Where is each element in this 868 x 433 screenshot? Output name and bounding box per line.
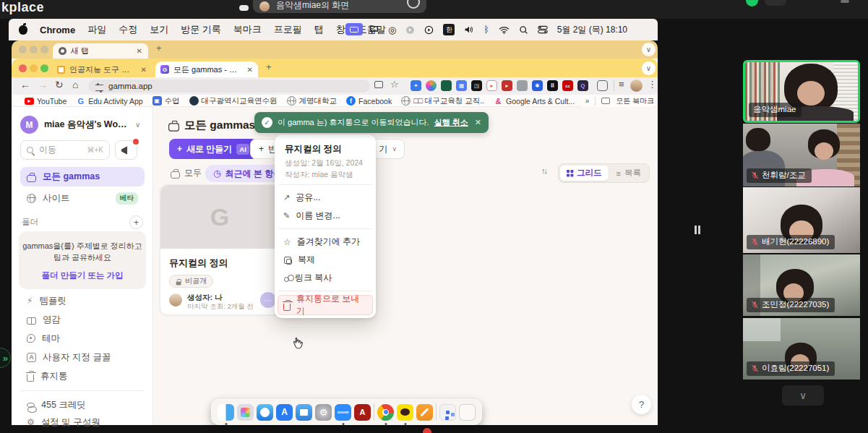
address-bar[interactable]: gamma.app	[88, 80, 370, 93]
safari-icon[interactable]	[257, 404, 273, 421]
gamma-card[interactable]: G 뮤지컬의 정의 비공개 생성자: 나 마지막 조회: 2개월 전 ⋯	[160, 184, 280, 315]
extension-icon[interactable]	[426, 80, 437, 91]
extension-icon[interactable]: ⠿	[547, 80, 558, 91]
sidebar-item-inspiration[interactable]: 영감	[20, 311, 67, 328]
back-button[interactable]: ←	[20, 79, 30, 90]
forward-button[interactable]: →	[38, 79, 48, 90]
acrobat-icon[interactable]: A	[354, 404, 371, 421]
home-button[interactable]: ⌂	[72, 79, 78, 90]
chrome-icon[interactable]	[377, 404, 394, 421]
help-button[interactable]: ?	[632, 395, 651, 414]
search-input[interactable]: 이동 ⌘+K	[20, 140, 110, 160]
tab-strip-chevron[interactable]: ∨	[642, 43, 656, 56]
widgets-icon[interactable]	[439, 404, 456, 421]
sidebar-item-sites[interactable]: 사이트 베타	[20, 189, 145, 207]
trash-icon[interactable]	[459, 404, 476, 421]
menu-item-rename[interactable]: ✎이름 변경...	[278, 207, 373, 225]
tab-gamma-active[interactable]: G 모든 gammas - Gamma ✕	[155, 61, 258, 77]
screen-share-pill[interactable]: 음악샘miae의 화면	[253, 0, 426, 13]
finder-icon[interactable]	[218, 404, 234, 421]
list-view-button[interactable]: ≡목록	[610, 166, 648, 181]
bookmarks-overflow-chevron[interactable]: »	[585, 97, 590, 105]
toast-undo-link[interactable]: 실행 취소	[434, 117, 468, 128]
sidebar-item-settings[interactable]: ⚙설정 및 구성원	[20, 413, 107, 431]
filter-all[interactable]: 모두	[171, 167, 202, 179]
close-window-button[interactable]	[19, 64, 27, 72]
menu-item-send-to-trash[interactable]: 휴지통으로 보내기	[278, 295, 373, 315]
close-tab-icon[interactable]: ✕	[247, 66, 253, 74]
all-bookmarks-label[interactable]: 모든 북마크	[616, 96, 654, 106]
sidebar-item-custom-fonts[interactable]: 사용자 지정 글꼴	[20, 348, 117, 366]
close-window-button[interactable]	[19, 46, 27, 53]
menu-tab[interactable]: 탭	[314, 23, 324, 36]
extension-icon[interactable]: ◳	[471, 80, 482, 91]
close-icon[interactable]: ✕	[475, 118, 481, 127]
menu-item-copy-link[interactable]: 링크 복사	[278, 269, 373, 287]
wifi-icon[interactable]	[499, 26, 510, 34]
participant-tile[interactable]: 이효림(22227051)	[743, 318, 860, 380]
tab-ai-tools[interactable]: 인공지능 도구 내 수업에 적용하기 ✕	[53, 61, 151, 77]
menu-bar-clock[interactable]: 5월 2일 (목) 18:10	[557, 24, 627, 36]
play-circle-icon[interactable]	[424, 25, 434, 35]
back-window-tab[interactable]: 새 탭 ✕	[53, 43, 148, 59]
card-more-button[interactable]: ⋯	[260, 292, 276, 308]
screen-share-status-icon[interactable]	[345, 23, 363, 35]
pencil-app-icon[interactable]	[416, 404, 433, 421]
sidebar-item-trash[interactable]: 휴지통	[20, 367, 74, 385]
menu-file[interactable]: 파일	[87, 23, 106, 36]
sort-icon[interactable]: ↑↓	[541, 166, 546, 175]
menu-window[interactable]: 창	[336, 23, 345, 36]
menu-history[interactable]: 방문 기록	[181, 23, 221, 36]
sidebar-item-templates[interactable]: ⚡템플릿	[20, 292, 73, 309]
apple-menu-icon[interactable]	[19, 25, 27, 35]
menu-item-favorite[interactable]: ☆즐겨찾기에 추가	[278, 233, 373, 251]
control-center-icon[interactable]	[538, 25, 548, 34]
menu-view[interactable]: 보기	[150, 23, 168, 36]
extension-icon[interactable]	[441, 80, 452, 91]
extension-icon[interactable]: ▸	[486, 80, 497, 91]
new-tab-button[interactable]: +	[156, 43, 162, 53]
sidebar-item-all-gammas[interactable]: 모든 gammas	[20, 167, 145, 187]
adobe-cc-icon[interactable]: ◎	[388, 25, 396, 35]
menu-item-duplicate[interactable]: 복제	[278, 251, 373, 269]
extensions-puzzle-icon[interactable]	[597, 80, 608, 91]
input-source-indicator[interactable]: 한	[443, 24, 455, 35]
extension-icon[interactable]: ▦	[456, 80, 467, 91]
profile-avatar[interactable]	[630, 80, 643, 92]
whats-new-button[interactable]	[115, 140, 137, 160]
tab-strip-chevron[interactable]: ∨	[642, 61, 656, 75]
app-store-icon[interactable]: A	[276, 404, 293, 421]
create-folder-link[interactable]: 폴더 만들기 또는 가입	[19, 270, 146, 281]
books-icon[interactable]	[296, 404, 312, 421]
extension-icon[interactable]: Q	[577, 80, 588, 91]
workspace-switcher[interactable]: M miae 음악샘's Work... ∨	[20, 116, 140, 134]
kakaotalk-icon[interactable]	[397, 404, 413, 421]
reading-list-icon[interactable]: ≡	[619, 79, 624, 90]
close-tab-icon[interactable]: ✕	[137, 47, 142, 55]
participant-tile[interactable]: 배기현(22226890)	[743, 187, 860, 253]
bookmark-item[interactable]: 계명대학교	[287, 96, 338, 106]
zoom-icon[interactable]: zoom	[335, 404, 351, 421]
extension-icon[interactable]: ▸	[502, 80, 512, 91]
add-folder-button[interactable]: +	[129, 215, 143, 229]
menu-app-name[interactable]: Chrome	[40, 25, 75, 35]
minimize-window-button[interactable]	[30, 64, 38, 72]
bookmark-item[interactable]: 대구광역시교육연수원	[189, 96, 278, 106]
side-panel-expand-button[interactable]: »	[0, 348, 11, 368]
new-tab-button[interactable]: +	[266, 61, 272, 72]
grid-view-button[interactable]: 그리드	[560, 166, 609, 181]
participant-tile-active[interactable]: 음악샘miae	[743, 60, 860, 123]
sidebar-item-credits[interactable]: 455 크레딧	[20, 396, 93, 413]
send-to-device-icon[interactable]	[374, 81, 383, 88]
participant-tile[interactable]: 조민정(22227035)	[743, 254, 860, 316]
close-tab-icon[interactable]: ✕	[141, 66, 147, 74]
menu-item-share[interactable]: ↗공유...	[278, 189, 373, 207]
background-chrome-window[interactable]: 새 탭 ✕ + ∨	[12, 40, 658, 59]
extension-icon[interactable]	[517, 80, 528, 91]
extension-icon[interactable]: ✦	[411, 80, 421, 91]
sidebar-item-themes[interactable]: 테마	[20, 330, 66, 347]
zoom-window-button[interactable]	[40, 46, 48, 53]
menu-edit[interactable]: 수정	[119, 23, 137, 36]
bookmark-star-icon[interactable]: ☆	[390, 79, 399, 90]
collapse-participants-button[interactable]: ∨	[782, 385, 824, 406]
